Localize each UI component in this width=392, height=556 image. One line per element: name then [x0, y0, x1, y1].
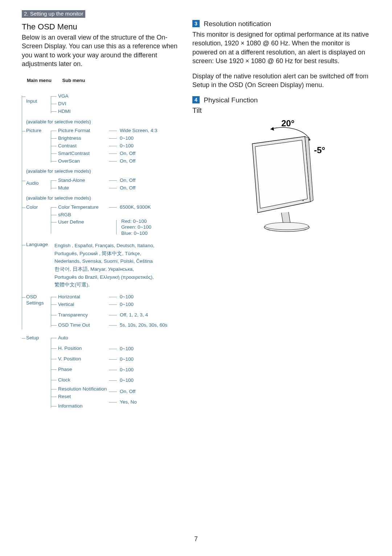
val-hposition: 0~100: [109, 346, 178, 352]
sub-vertical: Vertical: [54, 302, 109, 308]
header-sub: Sub menu: [62, 78, 85, 83]
note-selective-2: (available for selective models): [26, 168, 178, 174]
sub-standalone: Stand-Alone: [54, 177, 109, 184]
page-number: 7: [0, 535, 392, 543]
sub-brightness: Brightness: [54, 135, 109, 142]
tilt-angle-fwd: -5°: [314, 145, 325, 155]
section-4-head: 4 Physical Function: [192, 96, 370, 104]
val-color-temp: 6500K, 9300K: [109, 204, 178, 210]
sub-resnotif: Resolution Notification: [54, 386, 109, 392]
sub-phase: Phase: [54, 367, 109, 373]
badge-4: 4: [192, 96, 200, 103]
lang-line-0: English , Español, Français, Deutsch, It…: [54, 242, 178, 250]
right-column: 3 Resolution notification This monitor i…: [192, 20, 370, 414]
sub-mute: Mute: [54, 185, 109, 191]
val-blue: Blue: 0~100: [120, 230, 178, 237]
tilt-illustration: 20° -5°: [192, 118, 370, 236]
lang-line-5: 繁體中文(可選),: [54, 281, 178, 289]
sub-hposition: H. Position: [54, 346, 109, 352]
lang-line-1: Português, Русский , 简体中文, Türkçe,: [54, 250, 178, 258]
cat-input-label: Input: [22, 93, 54, 116]
sub-user-define: User Define: [54, 219, 109, 225]
sub-smartcontrast: SmartContrast: [54, 151, 109, 157]
cat-picture: Picture Picture Format Brightness Contra…: [22, 128, 178, 165]
sub-color-temp: Color Temperature: [54, 204, 109, 210]
badge-3: 3: [192, 20, 200, 27]
cat-picture-label: Picture: [22, 128, 54, 165]
val-standalone: On, Off: [109, 177, 178, 184]
cat-language-label: Language: [22, 242, 54, 289]
lang-line-3: 한국어, 日本語, Maryar, Українська,: [54, 265, 178, 273]
cat-color-label: Color: [22, 204, 54, 237]
sub-osd-timeout: OSD Time Out: [54, 322, 109, 328]
section-4-title: Physical Function: [204, 96, 258, 104]
cat-color: Color Color Temperature sRGB User Define…: [22, 204, 178, 237]
sub-transparency: Transparency: [54, 312, 109, 318]
val-overscan: On, Off: [109, 158, 178, 164]
val-brightness: 0~100: [109, 135, 178, 142]
cat-osd-settings: OSD Settings Horizontal Vertical Transpa…: [22, 294, 178, 330]
val-transparency: Off, 1, 2, 3, 4: [109, 312, 178, 318]
sub-horizontal: Horizontal: [54, 294, 109, 300]
cat-osd-settings-label: OSD Settings: [22, 294, 54, 330]
cat-language: Language English , Español, Français, De…: [22, 242, 178, 289]
sub-hdmi: HDMI: [54, 109, 109, 115]
lang-line-4: Português do Brazil, Ελληνική (προαιρετι…: [54, 273, 178, 281]
val-smartcontrast: On, Off: [109, 151, 178, 157]
section-3-p2: Display of the native resolution alert c…: [192, 72, 370, 90]
cat-audio-label: Audio: [22, 177, 54, 193]
note-selective-3: (available for selective models): [26, 195, 178, 201]
val-contrast: 0~100: [109, 143, 178, 149]
val-phase: 0~100: [109, 367, 178, 373]
sub-contrast: Contrast: [54, 143, 109, 149]
sub-information: Information: [54, 403, 109, 409]
osd-menu-intro: Below is an overall view of the structur…: [22, 33, 178, 68]
chapter-bar: 2. Setting up the monitor: [22, 10, 85, 18]
val-clock: 0~100: [109, 377, 178, 384]
sub-overscan: OverScan: [54, 158, 109, 164]
cat-audio: Audio Stand-Alone Mute On, Off On, Off: [22, 177, 178, 193]
section-3-title: Resolution notification: [204, 20, 271, 28]
val-red: Red: 0~100: [120, 218, 178, 225]
val-user-define-group: Red: 0~100 Green: 0~100 Blue: 0~100: [109, 218, 178, 237]
note-selective-1: (available for selective models): [26, 119, 178, 125]
osd-tree: Input VGA DVI HDMI (available for select…: [22, 93, 178, 411]
sub-auto: Auto: [54, 335, 109, 341]
lang-line-2: Nederlands, Svenska, Suomi, Polski, Češt…: [54, 257, 178, 265]
sub-vga: VGA: [54, 93, 109, 99]
sub-reset: Reset: [54, 394, 109, 400]
val-resnotif: On, Off: [109, 389, 178, 395]
val-green: Green: 0~100: [120, 224, 178, 230]
left-column: The OSD Menu Below is an overall view of…: [22, 20, 178, 414]
tilt-label: Tilt: [192, 106, 370, 115]
cat-input: Input VGA DVI HDMI: [22, 93, 178, 116]
sub-vposition: V. Position: [54, 356, 109, 362]
svg-point-6: [265, 222, 309, 230]
val-reset: Yes, No: [109, 399, 178, 405]
svg-marker-3: [255, 140, 307, 208]
val-vertical: 0~100: [109, 302, 178, 308]
val-vposition: 0~100: [109, 356, 178, 363]
val-mute: On, Off: [109, 185, 178, 191]
svg-marker-0: [270, 127, 274, 131]
sub-clock: Clock: [54, 377, 109, 383]
menu-headers: Main menu Sub menu: [22, 78, 178, 83]
val-osd-timeout: 5s, 10s, 20s, 30s, 60s: [109, 322, 178, 328]
cat-setup: Setup Auto H. Position V. Position Phase…: [22, 335, 178, 411]
cat-setup-label: Setup: [22, 335, 54, 411]
osd-menu-title: The OSD Menu: [22, 22, 178, 32]
val-picture-format: Wide Screen, 4:3: [109, 128, 178, 134]
section-3-head: 3 Resolution notification: [192, 20, 370, 28]
section-3-p1: This monitor is designed for optimal per…: [192, 30, 370, 65]
sub-dvi: DVI: [54, 101, 109, 107]
val-horizontal: 0~100: [109, 294, 178, 300]
tilt-angle-back: 20°: [281, 118, 294, 128]
sub-srgb: sRGB: [54, 212, 109, 218]
header-main: Main menu: [27, 78, 52, 83]
svg-point-7: [302, 200, 304, 201]
sub-picture-format: Picture Format: [54, 128, 109, 134]
